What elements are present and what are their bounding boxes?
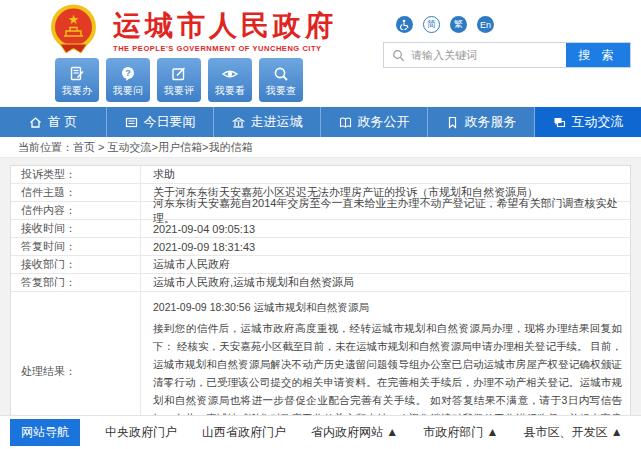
row-label: 信件内容：	[11, 202, 141, 219]
breadcrumb-prefix: 当前位置：	[18, 140, 73, 155]
row-value: 2021-09-09 18:31:43	[141, 238, 630, 255]
site-header: ★ 运城市人民政府 THE PEOPLE'S GOVERNMENT OF YUN…	[0, 0, 641, 107]
quick-button-ask[interactable]: ? 我要问	[106, 58, 150, 102]
chat-icon	[553, 116, 566, 129]
quick-button-view[interactable]: 我要看	[208, 58, 252, 102]
nav-item-label: 政务公开	[358, 113, 410, 131]
site-brand: 运城市人民政府 THE PEOPLE'S GOVERNMENT OF YUNCH…	[113, 10, 337, 53]
row-label: 接收部门：	[11, 256, 141, 273]
main-nav: 首 页 今日要闻 走进运城 政务公开 政务服务 互动交流	[0, 107, 641, 137]
national-emblem-icon: ★	[45, 3, 102, 55]
row-label: 信件主题：	[11, 184, 141, 201]
nav-item-label: 走进运城	[251, 113, 303, 131]
search-icon	[392, 49, 405, 62]
row-value: 求助	[141, 166, 630, 183]
question-icon: ?	[119, 65, 137, 83]
page: ★ 运城市人民政府 THE PEOPLE'S GOVERNMENT OF YUN…	[0, 0, 641, 449]
footer-item-city-departments[interactable]: 市政府部门 ▲	[423, 424, 498, 441]
english-button[interactable]: En	[477, 16, 494, 33]
bookmark-icon	[446, 116, 459, 129]
header-right: 简 繁 En 搜 索	[383, 16, 631, 68]
row-label: 处理结果：	[11, 292, 141, 415]
table-row: 答复时间： 2021-09-09 18:31:43	[11, 238, 630, 256]
home-icon	[29, 116, 42, 129]
row-label: 投诉类型：	[11, 166, 141, 183]
nav-item-home[interactable]: 首 页	[0, 107, 107, 137]
nav-item-label: 今日要闻	[144, 113, 196, 131]
table-row: 答复部门： 运城市人民政府,运城市规划和自然资源局	[11, 274, 630, 292]
row-label: 答复部门：	[11, 274, 141, 291]
search-input-area	[384, 43, 566, 67]
site-title: 运城市人民政府	[113, 10, 337, 42]
quick-button-label: 我要查	[266, 85, 296, 96]
result-reply-header: 2021-09-09 18:30:56 运城市规划和自然资源局	[153, 298, 622, 316]
footer-item-site-nav[interactable]: 网站导航	[10, 419, 80, 446]
quick-button-search[interactable]: 我要查	[259, 58, 303, 102]
nav-item-interaction[interactable]: 互动交流	[535, 107, 641, 137]
quick-button-do[interactable]: 我要办	[55, 58, 99, 102]
result-reply-body: 接到您的信件后，运城市政府高度重视，经转运城市规划和自然资源局办理，现将办理结果…	[153, 319, 622, 415]
row-value: 运城市人民政府,运城市规划和自然资源局	[141, 274, 630, 291]
letter-detail-table: 投诉类型： 求助 信件主题： 关于河东东街天安嘉苑小区迟迟无法办理房产证的投诉（…	[10, 165, 631, 415]
quick-button-label: 我要办	[62, 85, 92, 96]
row-label: 答复时间：	[11, 238, 141, 255]
row-value: 2021-09-04 09:05:13	[141, 220, 630, 237]
search-input[interactable]	[411, 49, 566, 61]
table-row: 投诉类型： 求助	[11, 166, 630, 184]
quick-button-label: 我要问	[113, 85, 143, 96]
nav-item-about-city[interactable]: 走进运城	[214, 107, 321, 137]
nav-item-label: 首 页	[48, 113, 78, 131]
language-toolbar: 简 繁 En	[396, 16, 631, 33]
quick-button-label: 我要看	[215, 85, 245, 96]
footer-item-shanxi-gov[interactable]: 山西省政府门户	[202, 424, 286, 441]
content-area: 投诉类型： 求助 信件主题： 关于河东东街天安嘉苑小区迟迟无法办理房产证的投诉（…	[0, 158, 641, 415]
footer-nav: 网站导航 中央政府门户 山西省政府门户 省内政府网站 ▲ 市政府部门 ▲ 县市区…	[0, 415, 641, 449]
nav-item-gov-services[interactable]: 政务服务	[428, 107, 535, 137]
svg-text:?: ?	[125, 68, 131, 78]
document-pen-icon	[68, 65, 86, 83]
magnifier-icon	[272, 65, 290, 83]
breadcrumb-trail[interactable]: 首页 > 互动交流>用户信箱>我的信箱	[73, 140, 252, 155]
wheelchair-icon	[399, 19, 410, 30]
table-row: 接收时间： 2021-09-04 09:05:13	[11, 220, 630, 238]
footer-item-province-sites[interactable]: 省内政府网站 ▲	[311, 424, 398, 441]
footer-item-districts[interactable]: 县市区、开发区 ▲	[523, 424, 622, 441]
table-row-result: 处理结果： 2021-09-09 18:30:56 运城市规划和自然资源局 接到…	[11, 292, 630, 415]
nav-item-gov-disclosure[interactable]: 政务公开	[321, 107, 428, 137]
national-emblem-logo: ★	[45, 3, 102, 55]
quick-actions: 我要办 ? 我要问 我要评 我要看	[55, 58, 303, 102]
landmark-icon	[232, 116, 245, 129]
nav-item-label: 政务服务	[465, 113, 517, 131]
quick-button-label: 我要评	[164, 85, 194, 96]
search-button[interactable]: 搜 索	[566, 43, 630, 67]
news-icon	[125, 116, 138, 129]
row-label: 接收时间：	[11, 220, 141, 237]
nav-item-news[interactable]: 今日要闻	[107, 107, 214, 137]
search-bar: 搜 索	[383, 42, 631, 68]
simplified-chinese-button[interactable]: 简	[423, 16, 440, 33]
table-row: 接收部门： 运城市人民政府	[11, 256, 630, 274]
row-value: 河东东街天安嘉苑自2014年交房至今一直未给业主办理不动产登记证，希望有关部门调…	[141, 202, 630, 219]
svg-text:★: ★	[68, 12, 80, 27]
eye-icon	[221, 65, 239, 83]
table-row: 信件内容： 河东东街天安嘉苑自2014年交房至今一直未给业主办理不动产登记证，希…	[11, 202, 630, 220]
edit-icon	[170, 65, 188, 83]
result-value: 2021-09-09 18:30:56 运城市规划和自然资源局 接到您的信件后，…	[141, 292, 630, 415]
open-book-icon	[339, 116, 352, 129]
accessibility-button[interactable]	[396, 16, 413, 33]
footer-item-central-gov[interactable]: 中央政府门户	[105, 424, 177, 441]
nav-item-label: 互动交流	[572, 113, 624, 131]
quick-button-review[interactable]: 我要评	[157, 58, 201, 102]
traditional-chinese-button[interactable]: 繁	[450, 16, 467, 33]
row-value: 运城市人民政府	[141, 256, 630, 273]
site-subtitle: THE PEOPLE'S GOVERNMENT OF YUNCHENG CITY	[113, 44, 337, 53]
breadcrumb: 当前位置： 首页 > 互动交流>用户信箱>我的信箱	[0, 137, 641, 158]
